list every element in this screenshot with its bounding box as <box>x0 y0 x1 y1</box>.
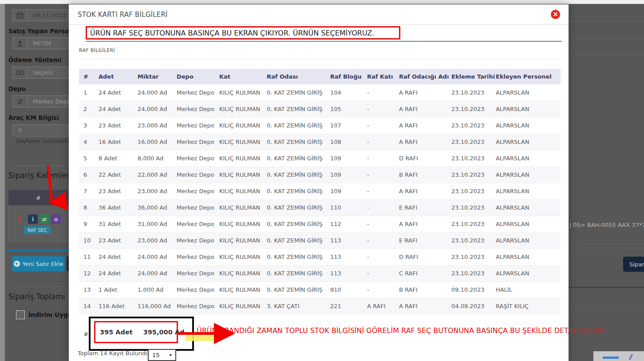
column-header[interactable]: Depo <box>172 69 215 84</box>
cell-miktar: 22,000 Ad <box>133 167 172 183</box>
depot-value: Merkez Depo <box>28 96 68 107</box>
trash-icon[interactable] <box>16 215 23 224</box>
column-header[interactable]: Miktar <box>133 69 172 84</box>
cell-kat: KILIÇ RULMAN <box>215 101 262 117</box>
column-header[interactable]: Ekleme Tarihi <box>447 69 491 84</box>
browser-top-strip <box>0 0 644 4</box>
product-description-text: J 05> BAH-0055 AAX 37*72*37 A <box>569 222 644 228</box>
page-size-select[interactable]: 15 ▾ <box>148 349 176 361</box>
cell-kat: KILIÇ RULMAN <box>215 134 262 150</box>
table-row[interactable]: 4 16 Adet 16,000 Ad Merkez Depo KILIÇ RU… <box>79 134 561 150</box>
cell-adet: 116 Adet <box>94 298 133 314</box>
cell-index: 10 <box>79 232 94 249</box>
order-item-row[interactable]: i ⇄ ≡ RAF SEÇ <box>8 206 69 242</box>
list-button[interactable]: ≡ <box>51 214 61 224</box>
cell-raf-blogu: 113 <box>326 232 363 249</box>
cell-ekleme-tarihi: 23.10.2023 <box>447 84 491 101</box>
cell-kat: KILIÇ RULMAN <box>215 232 262 249</box>
cell-miktar: 24,000 Ad <box>133 249 172 265</box>
cell-depo: Merkez Depo <box>172 150 215 167</box>
order-items-column-header: # <box>8 190 69 206</box>
cell-raf-odacigi: A RAFI <box>395 134 447 150</box>
bg-row-line <box>569 307 644 308</box>
table-row[interactable]: 6 22 Adet 22,000 Ad Merkez Depo KILIÇ RU… <box>79 167 561 183</box>
column-header[interactable]: # <box>79 69 94 84</box>
depot-field[interactable]: Merkez Depo <box>12 95 69 107</box>
record-count-text: Toplam 14 Kayıt Bulundu. <box>78 350 151 357</box>
transfer-button[interactable]: ⇄ <box>40 214 49 224</box>
discount-checkbox[interactable] <box>16 310 25 319</box>
close-icon[interactable]: × <box>551 10 560 19</box>
cell-adet: 1 Adet <box>94 282 133 298</box>
cell-miktar: 23,000 Ad <box>133 232 172 249</box>
cell-raf-kati: - <box>363 282 395 298</box>
bg-row-line <box>569 248 644 248</box>
payment-label: Ödeme Yöntemi <box>8 56 62 63</box>
km-value: 0 <box>13 125 68 136</box>
cell-ekleme-tarihi: 23.10.2023 <box>447 150 491 167</box>
cell-index: 13 <box>79 282 94 298</box>
cell-adet: 24 Adet <box>94 265 133 282</box>
cell-kat: KILIÇ RULMAN <box>215 298 262 314</box>
cell-raf-odasi: 0. KAT ZEMİN GİRİŞ <box>262 117 326 134</box>
table-header-row: #AdetMiktarDepoKatRaf OdasıRaf BloğuRaf … <box>79 69 561 84</box>
payment-field[interactable]: Seçiniz <box>12 67 69 79</box>
cell-ekleyen-personel: ALPARSLAN <box>491 117 561 134</box>
order-datetime-field[interactable]: 06.11.2023 12:26 <box>12 9 69 21</box>
cell-raf-odacigi: D RAFI <box>395 249 447 265</box>
cell-ekleme-tarihi: 23.10.2023 <box>447 134 491 150</box>
order-submit-button[interactable]: Sipari <box>623 257 644 272</box>
plus-icon: + <box>14 261 20 267</box>
column-header[interactable]: Kat <box>215 69 262 84</box>
cell-raf-blogu: 109 <box>326 167 363 183</box>
info-button[interactable]: i <box>28 214 38 224</box>
table-row[interactable]: 5 8 Adet 8,000 Ad Merkez Depo KILIÇ RULM… <box>79 150 561 167</box>
cell-raf-odacigi: E RAFI <box>395 232 447 249</box>
column-header[interactable]: Raf Bloğu <box>326 69 363 84</box>
person-icon <box>13 38 28 49</box>
cell-index: 3 <box>79 117 94 134</box>
cell-raf-odasi: 0. KAT ZEMİN GİRİŞ <box>262 150 326 167</box>
column-header[interactable]: Raf Katı <box>363 69 395 84</box>
cell-adet: 23 Adet <box>94 117 133 134</box>
cell-raf-odacigi: A RAFI <box>395 183 447 199</box>
km-field[interactable]: 0 <box>12 124 69 136</box>
tab-raf-bilgileri[interactable]: RAF BİLGİLERİ <box>79 48 115 53</box>
cell-miktar: 116,000 Ad <box>133 298 172 314</box>
personnel-field[interactable]: METİN <box>12 37 69 49</box>
table-row[interactable]: 3 23 Adet 23,000 Ad Merkez Depo KILIÇ RU… <box>79 117 561 134</box>
cell-ekleyen-personel: ALPARSLAN <box>491 167 561 183</box>
table-row[interactable]: 7 23 Adet 23,000 Ad Merkez Depo KILIÇ RU… <box>79 183 561 199</box>
table-row[interactable]: 10 23 Adet 23,000 Ad Merkez Depo KILIÇ R… <box>79 232 561 249</box>
cell-miktar: 8,000 Ad <box>133 150 172 167</box>
table-row[interactable]: 8 36 Adet 36,000 Ad Merkez Depo KILIÇ RU… <box>79 199 561 216</box>
cell-adet: 24 Adet <box>94 84 133 101</box>
column-header[interactable]: Adet <box>94 69 133 84</box>
cell-ekleyen-personel: ALPARSLAN <box>491 199 561 216</box>
order-total-title: Sipariş Toplamı <box>8 292 65 301</box>
cell-index: 2 <box>79 101 94 117</box>
column-header[interactable]: Ekleyen Personel <box>491 69 561 84</box>
order-datetime-value: 06.11.2023 12:26 <box>28 10 68 21</box>
table-row[interactable]: 1 24 Adet 24,000 Ad Merkez Depo KILIÇ RU… <box>79 84 561 101</box>
table-row[interactable]: 14 116 Adet 116,000 Ad Merkez Depo KILIÇ… <box>79 298 561 314</box>
table-row[interactable]: 13 1 Adet 1,000 Ad Merkez Depo KILIÇ RUL… <box>79 282 561 298</box>
app-screen: 06.11.2023 12:26 Satış Yapan Personel ME… <box>0 0 644 361</box>
table-row[interactable]: 12 24 Adet 24,000 Ad Merkez Depo KILIÇ R… <box>79 265 561 282</box>
cell-raf-kati: A RAFI <box>363 298 395 314</box>
column-header[interactable]: Raf Odası <box>262 69 326 84</box>
table-row[interactable]: 2 24 Adet 24,000 Ad Merkez Depo KILIÇ RU… <box>79 101 561 117</box>
table-row[interactable]: 9 31 Adet 31,000 Ad Merkez Depo KILIÇ RU… <box>79 216 561 232</box>
card-divider <box>13 166 69 166</box>
cell-raf-odasi: 0. KAT ZEMİN GİRİŞ <box>262 232 326 249</box>
cell-ekleme-tarihi: 09.10.2023 <box>447 282 491 298</box>
cell-raf-odasi: 0. KAT ZEMİN GİRİŞ <box>262 101 326 117</box>
add-row-button[interactable]: + Yeni Satır Ekle <box>12 256 65 271</box>
cell-raf-kati: - <box>363 265 395 282</box>
raf-sec-button[interactable]: RAF SEÇ <box>24 226 51 234</box>
column-header[interactable]: Raf Odacığı Adı <box>395 69 447 84</box>
table-row[interactable]: 11 24 Adet 24,000 Ad Merkez Depo KILIÇ R… <box>79 249 561 265</box>
cell-index: 8 <box>79 199 94 216</box>
cell-raf-odacigi: D RAFI <box>395 150 447 167</box>
scrollbar-track[interactable] <box>8 249 69 252</box>
